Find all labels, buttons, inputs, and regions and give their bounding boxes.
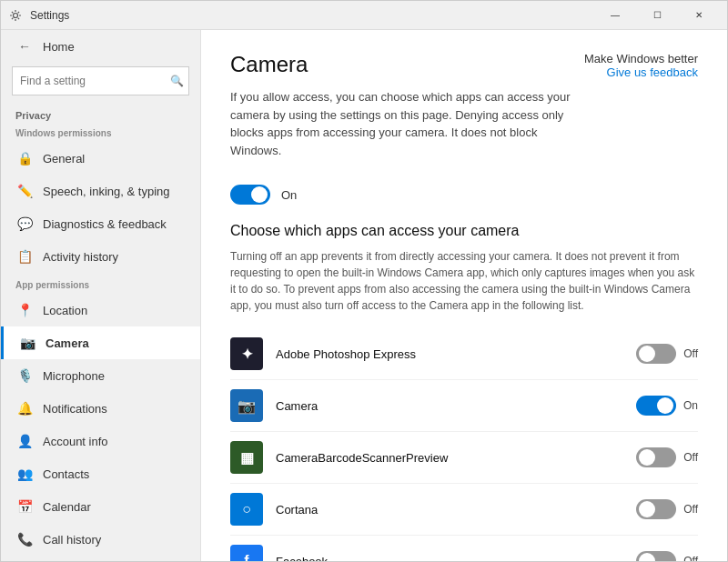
main-toggle-row: On (230, 185, 698, 205)
main-top-row: Camera If you allow access, you can choo… (230, 52, 698, 174)
sidebar-item-calendar[interactable]: 📅 Calendar (1, 490, 200, 523)
app-toggle-label-cortana: Off (683, 503, 698, 516)
speech-label: Speech, inking, & typing (43, 185, 169, 198)
app-row-cortana: ○CortanaOff (230, 484, 698, 536)
app-toggle-barcode[interactable] (636, 447, 676, 467)
titlebar-text: Settings (30, 9, 594, 22)
toggle-knob-photoshop (639, 346, 655, 362)
camera-label: Camera (46, 336, 89, 350)
sidebar-item-notifications[interactable]: 🔔 Notifications (1, 392, 200, 425)
sidebar-item-email[interactable]: ✉️ Email (1, 556, 200, 561)
diagnostics-label: Diagnostics & feedback (43, 217, 167, 231)
account-label: Account info (43, 435, 108, 448)
contacts-icon: 👥 (15, 465, 34, 483)
app-row-camera: 📷CameraOn (230, 380, 698, 432)
app-row-photoshop: ✦Adobe Photoshop ExpressOff (230, 328, 698, 380)
app-icon-photoshop: ✦ (230, 337, 263, 370)
sidebar: ← Home 🔍 Privacy Windows permissions 🔒 G… (1, 30, 201, 561)
sidebar-item-location[interactable]: 📍 Location (1, 294, 200, 326)
location-icon: 📍 (15, 301, 34, 319)
calendar-icon: 📅 (15, 497, 34, 516)
app-list: ✦Adobe Photoshop ExpressOff📷CameraOn▦Cam… (230, 328, 698, 561)
minimize-button[interactable]: — (594, 1, 636, 30)
apps-section-desc: Turning off an app prevents it from dire… (230, 248, 698, 314)
location-label: Location (43, 304, 87, 317)
sidebar-item-home[interactable]: ← Home (1, 30, 200, 63)
microphone-icon: 🎙️ (15, 366, 34, 385)
toggle-knob (251, 186, 268, 203)
app-name-barcode: CameraBarcodeScannerPreview (276, 451, 636, 465)
make-better-label: Make Windows better (584, 52, 698, 65)
app-row-facebook: fFacebookOff (230, 536, 698, 561)
maximize-button[interactable]: ☐ (636, 1, 678, 30)
app-name-wrap-cortana: Cortana (276, 503, 636, 517)
close-button[interactable]: ✕ (678, 1, 720, 30)
app-icon-cortana: ○ (230, 493, 263, 526)
sidebar-item-callhistory[interactable]: 📞 Call history (1, 523, 200, 556)
search-input[interactable] (12, 66, 189, 95)
apps-section-title: Choose which apps can access your camera (230, 223, 698, 239)
app-toggle-label-photoshop: Off (683, 347, 698, 360)
account-icon: 👤 (15, 432, 34, 450)
contacts-label: Contacts (43, 467, 89, 481)
sidebar-item-speech[interactable]: ✏️ Speech, inking, & typing (1, 175, 200, 207)
home-icon: ← (15, 37, 34, 55)
callhistory-icon: 📞 (15, 530, 34, 548)
calendar-label: Calendar (43, 500, 91, 514)
make-better-panel: Make Windows better Give us feedback (584, 52, 698, 79)
titlebar: Settings — ☐ ✕ (1, 1, 727, 30)
app-toggle-photoshop[interactable] (636, 344, 676, 364)
sidebar-item-activity[interactable]: 📋 Activity history (1, 240, 200, 273)
app-toggle-facebook[interactable] (636, 551, 676, 561)
app-icon-facebook: f (230, 545, 263, 561)
privacy-section-label: Privacy (1, 103, 200, 125)
app-toggle-wrap-facebook: Off (636, 551, 698, 561)
main-left-col: Camera If you allow access, you can choo… (230, 52, 584, 174)
app-toggle-camera[interactable] (636, 396, 676, 416)
app-toggle-label-barcode: Off (683, 451, 698, 464)
camera-icon: 📷 (18, 334, 36, 352)
microphone-label: Microphone (43, 369, 105, 383)
general-label: General (43, 152, 85, 166)
app-permissions-label: App permissions (1, 273, 200, 294)
settings-window: Settings — ☐ ✕ ← Home 🔍 Privacy Windows … (0, 0, 728, 562)
app-toggle-wrap-barcode: Off (636, 447, 698, 467)
toggle-knob-camera (657, 397, 673, 414)
app-toggle-label-facebook: Off (683, 555, 698, 561)
sidebar-item-account[interactable]: 👤 Account info (1, 425, 200, 457)
sidebar-item-microphone[interactable]: 🎙️ Microphone (1, 359, 200, 392)
app-name-cortana: Cortana (276, 503, 636, 517)
svg-point-0 (14, 13, 18, 17)
app-row-barcode: ▦CameraBarcodeScannerPreviewOff (230, 432, 698, 484)
app-toggle-label-camera: On (683, 399, 698, 412)
app-name-camera: Camera (276, 399, 636, 413)
app-toggle-wrap-cortana: Off (636, 499, 698, 519)
lock-icon: 🔒 (15, 149, 34, 167)
main-description: If you allow access, you can choose whic… (230, 88, 584, 159)
sidebar-item-diagnostics[interactable]: 💬 Diagnostics & feedback (1, 207, 200, 240)
speech-icon: ✏️ (15, 182, 34, 200)
activity-label: Activity history (43, 250, 118, 264)
app-toggle-cortana[interactable] (636, 499, 676, 519)
settings-icon (8, 8, 23, 23)
sidebar-item-contacts[interactable]: 👥 Contacts (1, 457, 200, 490)
main-content: Camera If you allow access, you can choo… (201, 30, 727, 561)
app-name-photoshop: Adobe Photoshop Express (276, 347, 636, 361)
app-name-wrap-barcode: CameraBarcodeScannerPreview (276, 451, 636, 465)
windows-permissions-label: Windows permissions (1, 125, 200, 142)
app-name-facebook: Facebook (276, 555, 636, 562)
camera-access-toggle[interactable] (230, 185, 270, 205)
sidebar-item-camera[interactable]: 📷 Camera (1, 326, 200, 359)
search-box: 🔍 (12, 66, 189, 95)
toggle-knob-barcode (639, 449, 655, 466)
notifications-icon: 🔔 (15, 399, 34, 417)
activity-icon: 📋 (15, 247, 34, 266)
diagnostics-icon: 💬 (15, 215, 34, 233)
search-icon: 🔍 (170, 75, 184, 87)
sidebar-item-general[interactable]: 🔒 General (1, 142, 200, 175)
app-toggle-wrap-camera: On (636, 396, 698, 416)
page-title: Camera (230, 52, 584, 77)
camera-toggle-label: On (281, 188, 297, 202)
app-name-wrap-camera: Camera (276, 399, 636, 413)
feedback-link[interactable]: Give us feedback (584, 65, 698, 79)
